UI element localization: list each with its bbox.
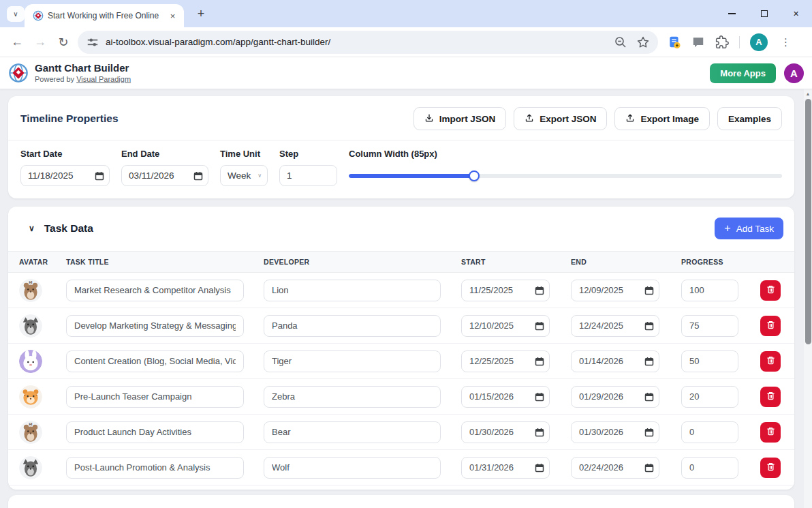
progress-input[interactable]	[681, 386, 738, 408]
delete-task-button[interactable]	[760, 316, 781, 336]
browser-menu-icon[interactable]: ⋮	[778, 36, 794, 48]
window-minimize-button[interactable]	[716, 0, 748, 27]
delete-task-button[interactable]	[760, 351, 781, 372]
developer-input[interactable]	[264, 386, 441, 408]
progress-input[interactable]	[681, 421, 738, 443]
scrollbar-up-arrow-icon[interactable]: ▲	[804, 91, 812, 96]
column-width-slider[interactable]	[349, 165, 782, 186]
docs-offline-extension-icon[interactable]	[668, 35, 681, 49]
reload-button[interactable]: ↻	[52, 31, 75, 54]
developer-input[interactable]	[264, 457, 441, 479]
progress-input[interactable]	[681, 350, 738, 372]
wolf-avatar	[19, 314, 42, 338]
developer-input[interactable]	[264, 350, 441, 372]
zoom-out-icon[interactable]	[614, 35, 627, 49]
progress-input[interactable]	[681, 457, 738, 479]
task-title-input[interactable]	[66, 350, 244, 372]
feedback-bubble-extension-icon[interactable]	[691, 35, 705, 49]
calendar-icon[interactable]	[535, 463, 544, 473]
back-button[interactable]: ←	[5, 31, 29, 54]
column-width-slider-thumb[interactable]	[469, 170, 480, 181]
progress-input[interactable]	[681, 280, 738, 301]
calendar-icon[interactable]	[535, 357, 544, 366]
trash-icon	[766, 426, 776, 438]
column-width-label: Column Width (85px)	[349, 149, 782, 159]
window-close-button[interactable]: ×	[780, 0, 812, 27]
developer-input[interactable]	[264, 280, 441, 301]
task-title-input[interactable]	[66, 386, 244, 408]
task-title-input[interactable]	[66, 421, 244, 443]
task-title-input[interactable]	[66, 315, 244, 337]
calendar-icon[interactable]	[535, 286, 544, 295]
export-image-label: Export Image	[640, 114, 699, 124]
calendar-icon[interactable]	[644, 321, 654, 331]
progress-input[interactable]	[681, 315, 738, 337]
more-apps-button[interactable]: More Apps	[710, 63, 776, 83]
app-header: Gantt Chart Builder Powered by Visual Pa…	[0, 57, 812, 89]
export-json-button[interactable]: Export JSON	[514, 107, 607, 130]
developer-input[interactable]	[264, 421, 441, 443]
browser-profile-avatar[interactable]: A	[750, 33, 768, 51]
import-json-button[interactable]: Import JSON	[413, 107, 507, 130]
delete-task-button[interactable]	[760, 387, 781, 407]
browser-tab[interactable]: Start Working with Free Online ×	[25, 4, 184, 27]
task-table-header: AVATAR TASK TITLE DEVELOPER START END PR…	[8, 251, 794, 273]
svg-text:HI: HI	[29, 423, 33, 426]
extensions-puzzle-icon[interactable]	[715, 35, 729, 49]
page-content: Timeline Properties Import JSON Export J…	[0, 89, 804, 508]
calendar-icon[interactable]	[535, 321, 544, 331]
upload-icon	[525, 113, 534, 125]
upload-icon	[625, 113, 635, 125]
scrollbar-thumb[interactable]	[805, 99, 811, 344]
svg-text:HI: HI	[29, 281, 33, 284]
extensions-area: A ⋮	[668, 33, 794, 51]
step-input[interactable]	[279, 165, 337, 186]
calendar-icon[interactable]	[535, 428, 544, 437]
bookmark-star-icon[interactable]	[636, 35, 650, 49]
table-row	[8, 344, 794, 379]
calendar-icon[interactable]	[535, 392, 544, 402]
divider	[8, 140, 794, 140]
task-data-card: ∨ Task Data +Add Task AVATAR TASK TITLE …	[8, 207, 794, 490]
new-tab-button[interactable]: +	[193, 5, 209, 22]
task-title-input[interactable]	[66, 280, 244, 301]
export-image-button[interactable]: Export Image	[614, 107, 710, 130]
chevron-down-icon: ∨	[257, 173, 262, 179]
page-scrollbar[interactable]: ▲	[804, 89, 812, 508]
column-width-slider-fill	[349, 174, 474, 178]
table-row: HI	[8, 415, 794, 450]
timeline-properties-card: Timeline Properties Import JSON Export J…	[8, 96, 794, 198]
visual-paradigm-link[interactable]: Visual Paradigm	[76, 75, 131, 83]
column-header-progress: PROGRESS	[681, 258, 760, 266]
calendar-icon[interactable]	[644, 357, 654, 366]
site-settings-icon[interactable]	[86, 35, 99, 49]
calendar-icon[interactable]	[95, 171, 104, 181]
timeline-properties-heading: Timeline Properties	[20, 113, 119, 125]
forward-button[interactable]: →	[29, 31, 52, 54]
examples-button[interactable]: Examples	[717, 107, 782, 130]
tab-close-icon[interactable]: ×	[167, 10, 178, 22]
toolbar-separator	[739, 36, 740, 48]
url-bar[interactable]: ai-toolbox.visual-paradigm.com/app/gantt…	[78, 31, 658, 54]
delete-task-button[interactable]	[760, 280, 781, 301]
trash-icon	[766, 462, 776, 474]
developer-input[interactable]	[264, 315, 441, 337]
user-avatar[interactable]: A	[784, 63, 804, 83]
calendar-icon[interactable]	[644, 286, 654, 295]
collapse-chevron-icon[interactable]: ∨	[29, 224, 35, 233]
trash-icon	[766, 284, 776, 297]
calendar-icon[interactable]	[644, 392, 654, 402]
window-controls: ×	[716, 0, 812, 27]
time-unit-select[interactable]: Week∨	[220, 165, 268, 186]
task-title-input[interactable]	[66, 457, 244, 479]
delete-task-button[interactable]	[760, 422, 781, 443]
calendar-icon[interactable]	[644, 428, 654, 437]
window-maximize-button[interactable]	[748, 0, 780, 27]
column-header-task-title: TASK TITLE	[66, 258, 264, 266]
delete-task-button[interactable]	[760, 458, 781, 478]
tab-search-chevron-icon[interactable]: ∨	[7, 6, 25, 22]
add-task-button[interactable]: +Add Task	[715, 218, 783, 239]
import-json-label: Import JSON	[439, 114, 496, 124]
calendar-icon[interactable]	[644, 463, 654, 473]
calendar-icon[interactable]	[193, 171, 203, 181]
